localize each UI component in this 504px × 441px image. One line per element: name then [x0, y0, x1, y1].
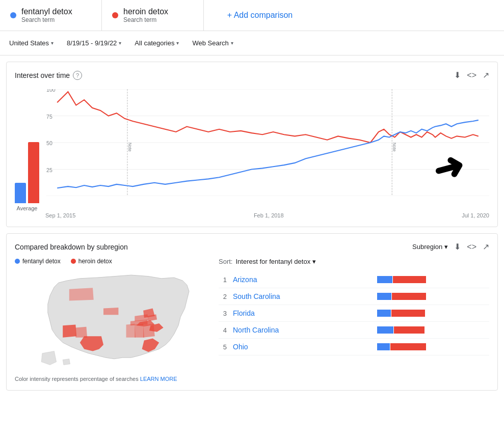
rank-name[interactable]: South Carolina: [233, 292, 371, 300]
x-label-3: Jul 1, 2020: [462, 212, 489, 218]
search-term-fentanyl[interactable]: fentanyl detox Search term: [0, 0, 102, 31]
subregion-section-header: Compared breakdown by subregion Subregio…: [15, 242, 489, 252]
x-axis-labels: Sep 1, 2015 Feb 1, 2018 Jul 1, 2020: [15, 212, 489, 218]
x-label-1: Sep 1, 2015: [45, 212, 75, 218]
interest-title-text: Interest over time: [15, 71, 70, 79]
us-map-svg: [28, 270, 201, 377]
svg-text:Note: Note: [392, 143, 397, 152]
legend-fentanyl-dot: [15, 259, 20, 264]
us-map-container: [28, 270, 196, 372]
rank-row: 4 North Carolina: [219, 322, 489, 339]
rank-number: 4: [219, 326, 227, 334]
rank-name[interactable]: North Carolina: [233, 326, 371, 334]
rank-row: 3 Florida: [219, 305, 489, 322]
search-term-heroin[interactable]: heroin detox Search term: [102, 0, 204, 31]
sort-select[interactable]: Interest for fentanyl detox ▾: [235, 258, 316, 265]
sort-chevron-icon: ▾: [312, 258, 316, 265]
share-icon[interactable]: ↗: [483, 70, 489, 80]
subregion-embed-icon[interactable]: <>: [467, 242, 476, 252]
rank-bar: [377, 343, 489, 350]
legend-heroin-dot: [71, 259, 76, 264]
rank-bar-blue: [377, 293, 391, 300]
rank-bar: [377, 276, 489, 283]
rank-bar-red: [391, 310, 425, 317]
heroin-term-name: heroin detox: [123, 7, 168, 16]
categories-chevron-icon: ▾: [176, 40, 179, 46]
location-label: United States: [9, 39, 49, 47]
red-line: [57, 92, 479, 143]
sort-bar: Sort: Interest for fentanyl detox ▾: [219, 258, 489, 265]
interest-section-header: Interest over time ? ⬇ <> ↗: [15, 70, 489, 80]
sort-label: Sort:: [219, 258, 232, 265]
interest-actions: ⬇ <> ↗: [454, 70, 489, 80]
rank-bar: [377, 293, 489, 300]
svg-text:100: 100: [46, 89, 56, 93]
download-icon[interactable]: ⬇: [454, 70, 461, 80]
rank-bar-blue: [377, 276, 392, 283]
search-type-label: Web Search: [192, 39, 228, 47]
svg-text:Note: Note: [127, 143, 132, 152]
svg-text:25: 25: [46, 167, 52, 173]
map-side: fentanyl detox heroin detox: [15, 258, 208, 382]
svg-text:75: 75: [46, 114, 52, 120]
date-chevron-icon: ▾: [119, 40, 121, 46]
categories-label: All categories: [135, 39, 174, 47]
avg-bar-red: [28, 142, 39, 203]
date-label: 8/19/15 - 9/19/22: [67, 39, 117, 47]
rank-name[interactable]: Arizona: [233, 275, 371, 284]
chart-svg: 100 75 50 25 Note Note: [46, 89, 489, 196]
rank-number: 3: [219, 310, 227, 317]
line-chart: 100 75 50 25 Note Note: [46, 89, 489, 211]
rank-row: 2 South Carolina: [219, 288, 489, 305]
interest-over-time-section: Interest over time ? ⬇ <> ↗ Average: [6, 62, 498, 227]
rank-bar-blue: [377, 343, 390, 350]
subregion-header-right: Subregion ▾ ⬇ <> ↗: [412, 242, 489, 252]
legend-heroin: heroin detox: [71, 258, 112, 265]
location-chevron-icon: ▾: [51, 40, 54, 46]
embed-icon[interactable]: <>: [467, 71, 476, 80]
filters-bar: United States ▾ 8/19/15 - 9/19/22 ▾ All …: [0, 31, 504, 56]
subregion-section: Compared breakdown by subregion Subregio…: [6, 233, 498, 391]
sort-value: Interest for fentanyl detox: [235, 258, 310, 265]
search-type-filter[interactable]: Web Search ▾: [187, 36, 238, 50]
rank-bar-red: [390, 343, 426, 350]
rank-row: 5 Ohio: [219, 339, 489, 355]
help-icon[interactable]: ?: [73, 71, 82, 80]
avg-bar-blue: [15, 183, 26, 203]
subregion-title-text: Compared breakdown by subregion: [15, 243, 128, 251]
interest-title: Interest over time ?: [15, 71, 82, 80]
avg-label: Average: [17, 205, 38, 211]
subregion-download-icon[interactable]: ⬇: [454, 242, 461, 252]
search-terms-bar: fentanyl detox Search term heroin detox …: [0, 0, 504, 31]
rank-number: 1: [219, 276, 227, 284]
rankings-side: Sort: Interest for fentanyl detox ▾ 1 Ar…: [219, 258, 489, 382]
rank-bar-red: [392, 293, 426, 300]
rank-row: 1 Arizona: [219, 271, 489, 288]
avg-bars: [15, 112, 39, 203]
subregion-selector-chevron-icon: ▾: [444, 243, 448, 251]
categories-filter[interactable]: All categories ▾: [129, 36, 184, 50]
rank-bar-blue: [377, 310, 391, 317]
x-label-2: Feb 1, 2018: [254, 212, 284, 218]
subregion-selector[interactable]: Subregion ▾: [412, 243, 448, 251]
subregion-share-icon[interactable]: ↗: [483, 242, 489, 252]
rank-name[interactable]: Ohio: [233, 343, 371, 351]
rank-number: 5: [219, 343, 227, 351]
legend-heroin-label: heroin detox: [78, 258, 112, 265]
location-filter[interactable]: United States ▾: [4, 36, 59, 50]
rank-bar: [377, 310, 489, 317]
rank-name[interactable]: Florida: [233, 309, 371, 317]
fentanyl-term-type: Search term: [21, 16, 72, 23]
subregion-content: fentanyl detox heroin detox: [15, 258, 489, 382]
rank-number: 2: [219, 293, 227, 300]
rank-bar-red: [393, 276, 426, 283]
legend: fentanyl detox heroin detox: [15, 258, 208, 265]
fentanyl-term-name: fentanyl detox: [21, 7, 72, 16]
rank-rows-container: 1 Arizona 2 South Carolina 3 Florida 4 N…: [219, 271, 489, 355]
rank-bar: [377, 326, 489, 334]
subregion-selector-label: Subregion: [412, 243, 442, 251]
legend-fentanyl-label: fentanyl detox: [22, 258, 61, 265]
add-comparison-button[interactable]: + Add comparison: [204, 0, 316, 31]
date-filter[interactable]: 8/19/15 - 9/19/22 ▾: [62, 36, 126, 50]
legend-fentanyl: fentanyl detox: [15, 258, 61, 265]
